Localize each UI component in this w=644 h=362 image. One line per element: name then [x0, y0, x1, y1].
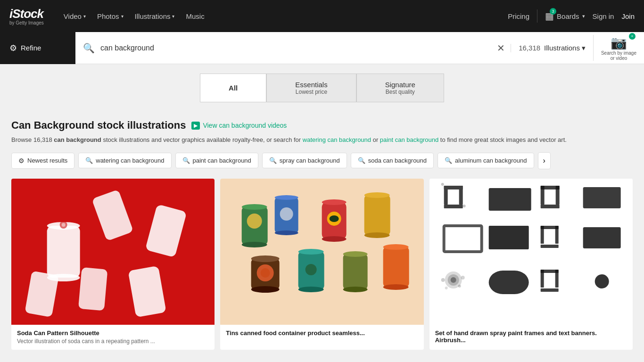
chip-soda[interactable]: 🔍 soda can background [351, 153, 434, 168]
svg-point-25 [364, 192, 390, 198]
watering-link[interactable]: watering can background [303, 136, 371, 143]
soda-can-svg [11, 179, 215, 325]
svg-rect-37 [383, 247, 409, 287]
svg-point-26 [364, 232, 390, 238]
chip-aluminum[interactable]: 🔍 aluminum can background [438, 153, 534, 168]
sort-chip[interactable]: ⚙ Newest results [11, 153, 74, 169]
search-icon: 🔍 [83, 42, 95, 54]
clear-search-button[interactable]: ✕ [497, 42, 505, 54]
svg-point-19 [280, 207, 293, 221]
search-count-filter: 16,318 Illustrations ▾ [511, 44, 586, 52]
svg-rect-1 [47, 226, 80, 278]
svg-rect-34 [343, 254, 368, 289]
search-icon: 🔍 [85, 157, 93, 164]
signin-link[interactable]: Sign in [593, 12, 614, 20]
logo[interactable]: iStock by Getty Images [9, 7, 44, 25]
svg-rect-59 [540, 226, 544, 244]
svg-point-65 [450, 277, 456, 283]
chevron-down-icon: ▾ [172, 14, 174, 19]
nav-video[interactable]: Video ▾ [59, 9, 91, 23]
search-input[interactable] [100, 44, 491, 52]
play-icon: ▶ [191, 122, 200, 130]
svg-point-18 [275, 230, 298, 235]
svg-rect-46 [444, 205, 462, 208]
nav-photos[interactable]: Photos ▾ [92, 9, 128, 23]
title-row: Can Background stock illustrations ▶ Vie… [11, 119, 633, 132]
svg-point-40 [261, 268, 270, 278]
tab-essentials[interactable]: Essentials Lowest price [266, 74, 356, 102]
chevron-down-icon: ▾ [582, 44, 586, 52]
filter-type-button[interactable]: Illustrations ▾ [544, 44, 586, 52]
chip-paint[interactable]: 🔍 paint can background [175, 153, 258, 168]
image-card-1[interactable]: Soda Can Pattern Silhouette Vector illus… [11, 179, 215, 350]
chip-watering[interactable]: 🔍 watering can background [78, 153, 171, 168]
join-button[interactable]: Join [621, 12, 635, 20]
svg-rect-8 [78, 267, 107, 310]
image-info-3: Set of hand drawn spray paint frames and… [429, 325, 633, 350]
image-title-2: Tins canned food container product seaml… [226, 329, 418, 337]
image-info-1: Soda Can Pattern Silhouette Vector illus… [11, 325, 215, 349]
tab-signature[interactable]: Signature Best quality [356, 74, 444, 102]
search-bar-area: ⚙ Refine 🔍 ✕ 16,318 Illustrations ▾ + 📷 … [0, 32, 644, 64]
svg-point-33 [298, 287, 324, 292]
main-content: Can Background stock illustrations ▶ Vie… [0, 110, 644, 359]
image-title-3: Set of hand drawn spray paint frames and… [435, 329, 627, 344]
svg-rect-69 [540, 288, 558, 292]
boards-button[interactable]: ▦ 3 Boards ▾ [545, 10, 585, 22]
tab-all[interactable]: All [200, 74, 266, 102]
boards-badge: 3 [550, 8, 556, 15]
svg-point-22 [322, 236, 347, 242]
svg-rect-60 [540, 245, 558, 248]
image-thumb-1 [11, 179, 215, 325]
sort-icon: ⚙ [18, 157, 25, 165]
svg-point-72 [441, 278, 445, 282]
refine-button[interactable]: ⚙ Refine [0, 32, 75, 64]
svg-point-39 [383, 284, 409, 290]
svg-point-38 [383, 244, 409, 250]
chip-spray[interactable]: 🔍 spray can background [262, 153, 347, 168]
chevron-down-icon: ▾ [83, 14, 86, 19]
svg-rect-47 [459, 186, 462, 205]
image-card-3[interactable]: Set of hand drawn spray paint frames and… [429, 179, 633, 350]
svg-point-15 [247, 214, 262, 229]
chips-next-button[interactable]: › [538, 152, 551, 169]
svg-point-17 [275, 195, 298, 200]
chevron-down-icon: ▾ [121, 14, 124, 19]
camera-badge: + [629, 33, 636, 40]
result-count: 16,318 [519, 44, 540, 52]
svg-point-10 [62, 223, 66, 227]
page-title: Can Background stock illustrations [11, 119, 186, 132]
svg-point-41 [305, 264, 317, 275]
svg-rect-70 [555, 270, 558, 288]
filters-tabs: All Essentials Lowest price Signature Be… [0, 64, 644, 110]
pricing-link[interactable]: Pricing [508, 12, 529, 20]
svg-point-32 [298, 249, 324, 255]
svg-point-75 [458, 285, 461, 288]
svg-point-13 [242, 204, 267, 210]
video-link[interactable]: ▶ View can background videos [191, 122, 287, 130]
image-thumb-2 [220, 179, 423, 325]
nav-music[interactable]: Music [181, 9, 209, 23]
chevron-down-icon: ▾ [582, 13, 585, 19]
search-icon: 🔍 [182, 157, 190, 164]
svg-point-28 [251, 255, 280, 262]
nav-illustrations[interactable]: Illustrations ▾ [130, 9, 180, 23]
description: Browse 16,318 can background stock illus… [11, 135, 633, 145]
search-icon: 🔍 [358, 157, 365, 164]
paint-link[interactable]: paint can background [380, 136, 438, 143]
search-input-wrapper: 🔍 ✕ [83, 42, 511, 54]
svg-rect-61 [555, 226, 558, 244]
nav-links: Video ▾ Photos ▾ Illustrations ▾ Music [59, 9, 209, 23]
image-title-1: Soda Can Pattern Silhouette [17, 329, 209, 337]
search-by-image-button[interactable]: + 📷 Search by imageor video [593, 35, 636, 61]
filter-chips: ⚙ Newest results 🔍 watering can backgrou… [11, 152, 633, 169]
svg-rect-54 [540, 186, 544, 205]
sliders-icon: ⚙ [9, 43, 17, 53]
image-card-2[interactable]: Tins canned food container product seaml… [220, 179, 423, 350]
svg-point-48 [441, 183, 444, 186]
svg-rect-55 [583, 187, 620, 208]
navbar: iStock by Getty Images Video ▾ Photos ▾ … [0, 0, 644, 32]
svg-rect-62 [583, 227, 620, 248]
refine-label: Refine [21, 44, 41, 52]
svg-rect-50 [488, 188, 531, 211]
